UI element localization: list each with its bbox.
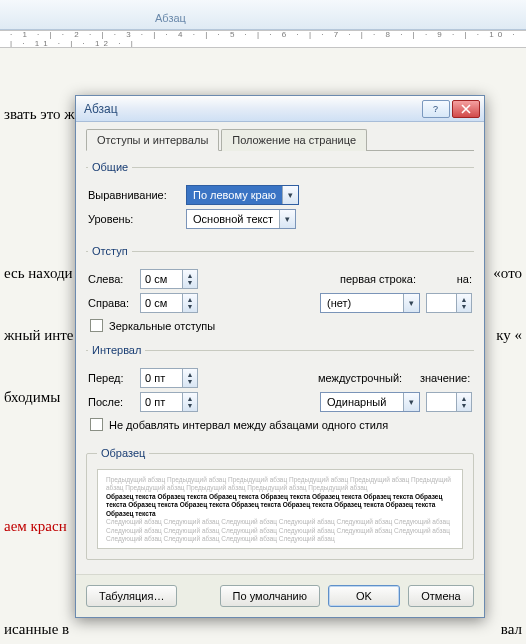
spacing-at-label: значение: xyxy=(420,372,472,384)
first-line-select[interactable]: (нет) ▾ xyxy=(320,293,420,313)
chevron-down-icon: ▾ xyxy=(403,294,419,312)
group-preview-legend: Образец xyxy=(97,447,149,459)
tabs-button[interactable]: Табуляция… xyxy=(86,585,177,607)
default-button[interactable]: По умолчанию xyxy=(220,585,320,607)
group-spacing-legend: Интервал xyxy=(88,344,145,356)
spacing-before-input[interactable]: 0 пт ▲▼ xyxy=(140,368,198,388)
indent-right-input[interactable]: 0 см ▲▼ xyxy=(140,293,198,313)
svg-text:?: ? xyxy=(433,104,438,114)
line-spacing-label: междустрочный: xyxy=(318,372,414,384)
indent-right-label: Справа: xyxy=(88,297,134,309)
tab-indents[interactable]: Отступы и интервалы xyxy=(86,129,219,151)
dialog-title: Абзац xyxy=(84,102,420,116)
alignment-select[interactable]: По левому краю ▾ xyxy=(186,185,299,205)
level-label: Уровень: xyxy=(88,213,180,225)
indent-left-input[interactable]: 0 см ▲▼ xyxy=(140,269,198,289)
group-preview: Образец Предыдущий абзац Предыдущий абза… xyxy=(86,447,474,560)
tabstrip: Отступы и интервалы Положение на страниц… xyxy=(86,128,474,151)
checkbox-icon xyxy=(90,319,103,332)
chevron-down-icon: ▾ xyxy=(403,393,419,411)
spinner-icon: ▲▼ xyxy=(182,294,197,312)
spinner-icon: ▲▼ xyxy=(182,369,197,387)
indent-left-label: Слева: xyxy=(88,273,134,285)
ruler[interactable]: · 1 · | · 2 · | · 3 · | · 4 · | · 5 · | … xyxy=(0,30,526,48)
group-general: Общие Выравнивание: По левому краю ▾ Уро… xyxy=(86,161,474,235)
doc-line: исанные ввал xyxy=(4,616,522,643)
help-button[interactable]: ? xyxy=(422,100,450,118)
titlebar[interactable]: Абзац ? xyxy=(76,96,484,122)
preview-box: Предыдущий абзац Предыдущий абзац Предыд… xyxy=(97,469,463,549)
preview-prev-paragraph: Предыдущий абзац Предыдущий абзац Предыд… xyxy=(106,476,454,493)
spacing-after-label: После: xyxy=(88,396,134,408)
tab-position[interactable]: Положение на странице xyxy=(221,129,367,151)
group-indent-legend: Отступ xyxy=(88,245,132,257)
dialog-footer: Табуляция… По умолчанию OK Отмена xyxy=(76,574,484,617)
no-space-same-style-checkbox[interactable]: Не добавлять интервал между абзацами одн… xyxy=(90,418,472,431)
spacing-before-label: Перед: xyxy=(88,372,134,384)
group-spacing: Интервал Перед: 0 пт ▲▼ междустрочный: з… xyxy=(86,344,474,433)
close-button[interactable] xyxy=(452,100,480,118)
spacing-after-input[interactable]: 0 пт ▲▼ xyxy=(140,392,198,412)
spinner-icon: ▲▼ xyxy=(182,393,197,411)
mirror-indents-label: Зеркальные отступы xyxy=(109,320,215,332)
cancel-button[interactable]: Отмена xyxy=(408,585,474,607)
checkbox-icon xyxy=(90,418,103,431)
spinner-icon: ▲▼ xyxy=(182,270,197,288)
line-spacing-select[interactable]: Одинарный ▾ xyxy=(320,392,420,412)
chevron-down-icon: ▾ xyxy=(282,186,298,204)
ribbon-group-label: Абзац xyxy=(155,12,186,24)
spinner-icon: ▲▼ xyxy=(456,294,471,312)
ribbon: Абзац xyxy=(0,0,526,30)
no-space-same-style-label: Не добавлять интервал между абзацами одн… xyxy=(109,419,388,431)
level-select[interactable]: Основной текст ▾ xyxy=(186,209,296,229)
first-line-label: первая строка: xyxy=(340,273,436,285)
spinner-icon: ▲▼ xyxy=(456,393,471,411)
group-general-legend: Общие xyxy=(88,161,132,173)
preview-sample-text: Образец текста Образец текста Образец те… xyxy=(106,493,454,518)
chevron-down-icon: ▾ xyxy=(279,210,295,228)
paragraph-dialog: Абзац ? Отступы и интервалы Положение на… xyxy=(75,95,485,618)
preview-next-paragraph: Следующий абзац Следующий абзац Следующи… xyxy=(106,518,454,543)
indent-by-input[interactable]: ▲▼ xyxy=(426,293,472,313)
spacing-at-input[interactable]: ▲▼ xyxy=(426,392,472,412)
indent-by-label: на: xyxy=(442,273,472,285)
alignment-label: Выравнивание: xyxy=(88,189,180,201)
ok-button[interactable]: OK xyxy=(328,585,400,607)
group-indent: Отступ Слева: 0 см ▲▼ первая строка: на:… xyxy=(86,245,474,334)
mirror-indents-checkbox[interactable]: Зеркальные отступы xyxy=(90,319,472,332)
